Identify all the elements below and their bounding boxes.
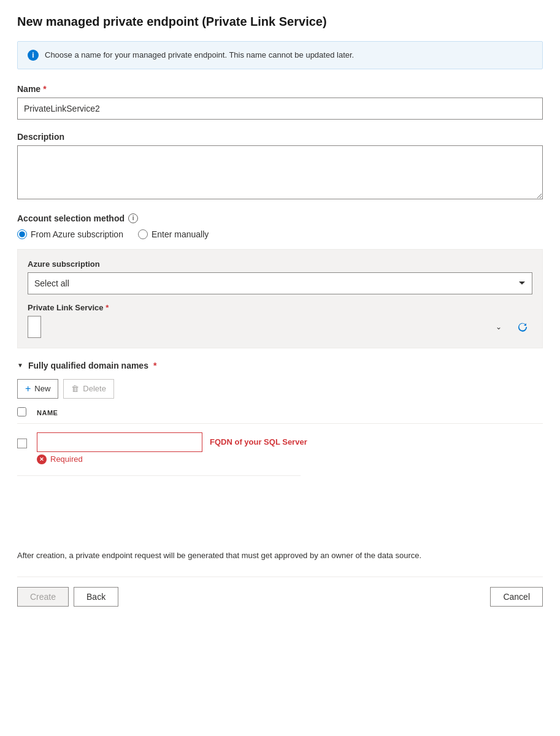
header-checkbox-col [17, 407, 29, 418]
info-banner-text: Choose a name for your managed private e… [45, 49, 354, 61]
private-link-chevron-icon: ⌄ [496, 323, 502, 331]
fqdn-input[interactable] [37, 432, 202, 452]
subscription-box: Azure subscription Select all Private Li… [17, 249, 543, 348]
private-link-required-star: * [105, 303, 109, 312]
footer-actions: Create Back Cancel [17, 577, 543, 607]
name-label: Name * [17, 84, 543, 94]
radio-enter-manually-label: Enter manually [152, 229, 209, 239]
row-with-hint: FQDN of your SQL Server [37, 432, 543, 452]
footer-note: After creation, a private endpoint reque… [17, 550, 543, 562]
radio-enter-manually[interactable]: Enter manually [138, 229, 209, 239]
table-row: FQDN of your SQL Server Required [17, 429, 543, 468]
fqdn-hint-text: FQDN of your SQL Server [210, 437, 307, 447]
account-selection-label: Account selection method i [17, 213, 543, 223]
fqdn-section: ▼ Fully qualified domain names * + New 🗑… [17, 361, 543, 476]
azure-subscription-dropdown[interactable]: Select all [28, 272, 532, 294]
radio-from-azure[interactable]: From Azure subscription [17, 229, 123, 239]
row-checkbox[interactable] [17, 439, 27, 448]
plus-icon: + [25, 383, 31, 394]
create-button[interactable]: Create [17, 587, 69, 607]
info-banner: i Choose a name for your managed private… [17, 41, 543, 69]
private-link-service-label: Private Link Service * [28, 303, 532, 312]
description-label: Description [17, 132, 543, 142]
refresh-button[interactable] [513, 317, 532, 337]
row-divider [17, 475, 301, 476]
radio-group: From Azure subscription Enter manually [17, 229, 543, 239]
footer-left-buttons: Create Back [17, 587, 118, 607]
azure-subscription-label: Azure subscription [28, 259, 532, 269]
private-link-row: ⌄ [28, 316, 532, 338]
required-message: Required [37, 454, 543, 464]
content-spacer [17, 488, 543, 525]
collapse-arrow-icon[interactable]: ▼ [17, 362, 23, 369]
table-name-column-header: NAME [37, 409, 543, 416]
table-header-row: NAME [17, 407, 543, 424]
private-link-dropdown-wrapper: ⌄ [28, 316, 508, 338]
row-checkbox-col [17, 432, 29, 448]
page-title: New managed private endpoint (Private Li… [17, 15, 543, 29]
name-required-star: * [43, 84, 46, 94]
radio-from-azure-input[interactable] [17, 229, 27, 239]
error-icon [37, 454, 47, 464]
trash-icon: 🗑 [71, 384, 79, 393]
fqdn-table: NAME FQDN of your SQL Server Required [17, 407, 543, 476]
fqdn-toolbar: + New 🗑 Delete [17, 379, 543, 399]
description-input[interactable] [17, 145, 543, 199]
account-selection-info-icon[interactable]: i [128, 213, 138, 223]
refresh-icon [517, 321, 528, 332]
name-field-group: Name * [17, 84, 543, 120]
fqdn-required-star: * [153, 361, 156, 370]
row-input-area: FQDN of your SQL Server Required [37, 432, 543, 464]
cancel-button[interactable]: Cancel [490, 587, 543, 607]
name-input[interactable] [17, 98, 543, 120]
azure-subscription-dropdown-wrapper: Select all [28, 272, 532, 294]
description-field-group: Description [17, 132, 543, 201]
header-checkbox[interactable] [17, 407, 26, 416]
info-icon: i [28, 50, 39, 61]
fqdn-section-header: ▼ Fully qualified domain names * [17, 361, 543, 370]
radio-enter-manually-input[interactable] [138, 229, 148, 239]
back-button[interactable]: Back [74, 587, 118, 607]
radio-from-azure-label: From Azure subscription [31, 229, 123, 239]
new-button[interactable]: + New [17, 379, 58, 399]
account-selection-group: Account selection method i From Azure su… [17, 213, 543, 348]
delete-button[interactable]: 🗑 Delete [63, 379, 114, 399]
private-link-service-dropdown[interactable] [28, 316, 41, 338]
